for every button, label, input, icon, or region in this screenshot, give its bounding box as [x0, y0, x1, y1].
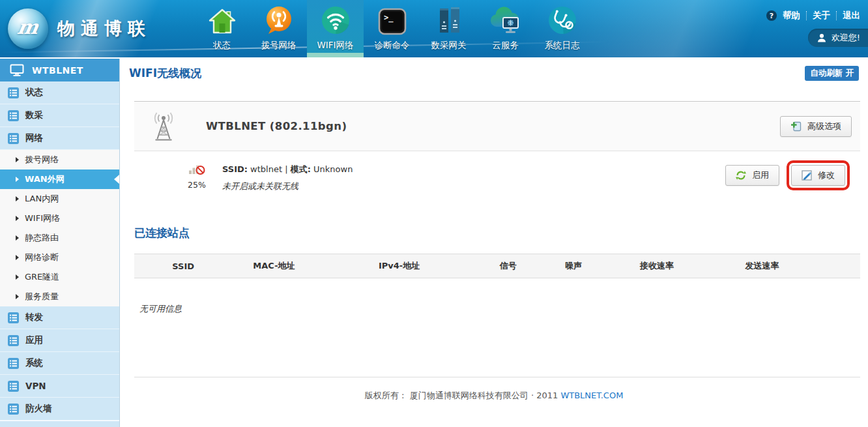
- advanced-options-button[interactable]: 高级选项: [780, 116, 852, 137]
- sidebar-subitem-wifi[interactable]: WIFI网络: [0, 209, 119, 228]
- sidebar-subitem-wan[interactable]: WAN外网: [0, 169, 119, 189]
- wifi-panel-title: WTBLNET (802.11bgn): [206, 120, 347, 132]
- nav-label: 系统日志: [545, 40, 580, 52]
- list-icon: [8, 335, 19, 346]
- modify-button[interactable]: 修改: [791, 165, 845, 186]
- caret-right-icon: [16, 157, 19, 162]
- ssid-value: wtblnet: [250, 164, 282, 174]
- sidebar-item-label: WIFI网络: [25, 213, 60, 224]
- nav-label: 诊断命令: [375, 40, 410, 52]
- sidebar-subitem-qos[interactable]: 服务质量: [0, 287, 119, 306]
- sidebar-item-partial: [0, 420, 119, 427]
- terminal-icon: >_: [378, 4, 407, 35]
- welcome-text: 欢迎您!: [832, 32, 860, 44]
- sidebar-item-network[interactable]: 网络: [0, 127, 119, 150]
- about-link[interactable]: 关于: [813, 10, 830, 22]
- divider: [836, 11, 837, 20]
- sidebar-item-label: 拨号网络: [25, 154, 59, 166]
- sidebar-item-data-collect[interactable]: 数采: [0, 104, 119, 127]
- sidebar-item-label: 静态路由: [25, 232, 59, 244]
- main-content: WIFI无线概况 自动刷新 开 WTBLNET (802.11bgn): [120, 57, 868, 427]
- list-icon: [8, 87, 19, 98]
- caret-right-icon: [16, 177, 19, 182]
- top-header: m 物通博联 状态: [0, 0, 868, 57]
- sidebar-item-label: 状态: [25, 87, 43, 98]
- device-name: WTBLNET: [32, 65, 83, 76]
- nav-item-data-gateway[interactable]: 数采网关: [420, 0, 477, 57]
- nav-item-diagnostics[interactable]: >_ 诊断命令: [364, 0, 420, 57]
- copyright-text: 版权所有： 厦门物通博联网络科技有限公司 · 2011: [365, 390, 558, 400]
- sidebar-item-system[interactable]: 系统: [0, 352, 119, 375]
- ssid-info-line: SSID: wtblnet | 模式: Unknown: [222, 164, 353, 175]
- caret-right-icon: [16, 274, 19, 280]
- sidebar-subitem-lan[interactable]: LAN内网: [0, 189, 119, 209]
- list-icon: [8, 404, 19, 415]
- nav-item-system-log[interactable]: 系统日志: [534, 0, 590, 57]
- gateway-icon: [434, 4, 464, 35]
- column-tx-rate: 发送速率: [701, 254, 824, 278]
- brand-logo: m 物通博联: [0, 0, 194, 57]
- welcome-user-pill[interactable]: 欢迎您!: [808, 29, 868, 47]
- sidebar-subitem-dial-network[interactable]: 拨号网络: [0, 150, 119, 169]
- caret-right-icon: [16, 235, 19, 241]
- sidebar-item-label: 数采: [25, 110, 43, 121]
- divider: [806, 11, 807, 20]
- sidebar-subitem-static-route[interactable]: 静态路由: [0, 228, 119, 248]
- primary-nav: 状态 拨号网络: [194, 0, 590, 57]
- caret-right-icon: [16, 255, 19, 260]
- nav-item-wifi-network[interactable]: WIFI网络: [307, 0, 364, 57]
- footer-site-link[interactable]: WTBLNET.COM: [560, 390, 623, 400]
- connected-stations-table: SSID MAC-地址 IPv4-地址 信号 噪声 接收速率 发送速率: [134, 254, 860, 278]
- sidebar-item-label: 防火墙: [25, 403, 52, 415]
- sidebar-item-vpn[interactable]: VPN: [0, 375, 119, 398]
- auto-refresh-toggle[interactable]: 自动刷新 开: [805, 66, 859, 81]
- signal-disabled-icon: [188, 162, 206, 175]
- separator: |: [285, 164, 287, 174]
- list-icon: [8, 312, 19, 323]
- column-mac: MAC-地址: [232, 254, 315, 278]
- sidebar-item-label: VPN: [25, 381, 46, 391]
- sidebar-subitem-gre-tunnel[interactable]: GRE隧道: [0, 267, 119, 287]
- sidebar-item-firewall[interactable]: 防火墙: [0, 398, 119, 420]
- column-ipv4: IPv4-地址: [315, 254, 482, 278]
- brand-glyph: m: [16, 16, 40, 38]
- cloud-icon: [489, 4, 523, 35]
- edit-icon: [802, 170, 812, 181]
- column-signal: 信号: [483, 254, 534, 278]
- nav-label: 状态: [213, 40, 231, 52]
- sidebar-item-forwarding[interactable]: 转发: [0, 306, 119, 329]
- sidebar-item-label: 网络: [25, 132, 43, 144]
- enable-label: 启用: [752, 169, 769, 181]
- wifi-icon: [321, 4, 351, 35]
- caret-right-icon: [16, 216, 19, 221]
- brand-sphere-icon: m: [8, 8, 48, 49]
- sidebar-device-header: WTBLNET: [0, 59, 119, 81]
- add-page-icon: [790, 121, 802, 132]
- nav-label: 数采网关: [431, 40, 467, 52]
- empty-table-message: 无可用信息: [139, 303, 868, 315]
- enable-button[interactable]: 启用: [725, 165, 779, 186]
- auto-refresh-state: 开: [846, 68, 854, 78]
- mode-label: 模式:: [291, 164, 311, 174]
- connected-stations-title: 已连接站点: [134, 226, 868, 241]
- svg-text:>_: >_: [384, 13, 394, 23]
- help-link[interactable]: 帮助: [783, 10, 800, 22]
- advanced-options-label: 高级选项: [807, 121, 841, 132]
- nav-item-status[interactable]: 状态: [194, 0, 250, 57]
- auto-refresh-label: 自动刷新: [810, 68, 843, 78]
- nav-item-cloud-service[interactable]: 云服务: [477, 0, 534, 57]
- sidebar-item-applications[interactable]: 应用: [0, 329, 119, 352]
- footer: 版权所有： 厦门物通博联网络科技有限公司 · 2011 WTBLNET.COM: [120, 377, 868, 402]
- sidebar-item-status[interactable]: 状态: [0, 81, 119, 104]
- ssid-label: SSID:: [222, 164, 248, 174]
- wifi-status-text: 未开启或未关联无线: [222, 181, 353, 192]
- nav-label: 拨号网络: [261, 40, 297, 52]
- modify-label: 修改: [818, 169, 835, 181]
- monitor-icon: [10, 64, 24, 76]
- list-icon: [8, 381, 19, 392]
- column-rx-rate: 接收速率: [613, 254, 701, 278]
- logout-link[interactable]: 退出: [843, 10, 860, 22]
- sidebar-subitem-net-diagnostics[interactable]: 网络诊断: [0, 248, 119, 267]
- nav-item-dial-network[interactable]: 拨号网络: [250, 0, 307, 57]
- dial-network-icon: [264, 4, 294, 35]
